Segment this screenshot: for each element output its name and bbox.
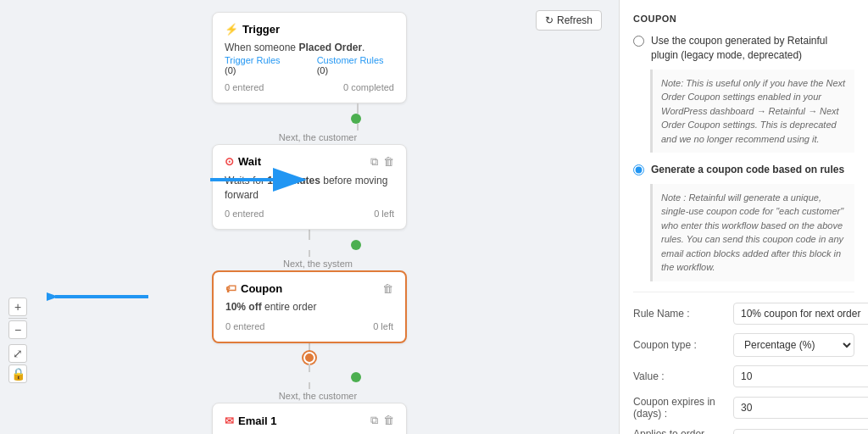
dot-orange — [303, 352, 315, 364]
zoom-out-button[interactable]: − — [8, 320, 27, 339]
connector7 — [309, 382, 310, 389]
connector5 — [309, 343, 310, 352]
value-label: Value : — [633, 370, 726, 382]
coupon-footer: 0 entered 0 left — [225, 321, 393, 331]
connector2 — [357, 124, 359, 131]
rule-name-input[interactable] — [733, 303, 868, 325]
zoom-controls: + − ⤢ 🔒 — [8, 298, 27, 383]
radio-legacy[interactable] — [633, 36, 644, 47]
wait-entered: 0 entered — [225, 209, 264, 219]
email-copy-icon[interactable]: ⧉ — [370, 414, 378, 427]
wait-left: 0 left — [374, 209, 394, 219]
coupon-type-label: Coupon type : — [633, 339, 726, 351]
applies-input[interactable] — [733, 429, 868, 434]
coupon-left: 0 left — [373, 321, 393, 331]
dot-green-2 — [351, 240, 361, 250]
section-title: COUPON — [633, 14, 854, 24]
expires-label: Coupon expires in (days) : — [633, 396, 726, 420]
next-customer-1: Next, the customer — [279, 132, 357, 142]
next-customer-2: Next, the customer — [279, 391, 357, 401]
coupon-delete-icon[interactable]: 🗑 — [382, 282, 393, 295]
connector6 — [309, 364, 310, 372]
applies-label: Applies to order above : — [633, 428, 726, 434]
coupon-type-row: Coupon type : Percentage (%) Fixed amoun… — [633, 333, 854, 357]
coupon-title: Coupon — [241, 282, 282, 295]
zoom-fit-button[interactable]: ⤢ — [8, 344, 27, 363]
zoom-fit-icon: ⤢ — [13, 347, 23, 360]
arrow-left — [47, 280, 148, 314]
coupon-type-select[interactable]: Percentage (%) Fixed amount — [733, 333, 854, 357]
workflow-nodes: ⚡ Trigger When someone Placed Order. Tri… — [0, 12, 619, 434]
coupon-entered: 0 entered — [225, 321, 264, 331]
lock-button[interactable]: 🔒 — [8, 364, 27, 383]
expires-input[interactable] — [733, 397, 868, 419]
trigger-body-end: . — [362, 42, 364, 53]
radio-option-1: Use the coupon generated by Retainful pl… — [633, 34, 854, 63]
coupon-body: 10% off entire order — [225, 300, 393, 314]
note-box-2: Note : Retainful will generate a unique,… — [650, 184, 854, 281]
coupon-body-strong: 10% off — [225, 301, 262, 313]
trigger-footer: 0 entered 0 completed — [225, 82, 394, 92]
trigger-node[interactable]: ⚡ Trigger When someone Placed Order. Tri… — [212, 12, 407, 103]
divider — [633, 292, 854, 292]
customer-rules-label[interactable]: Customer Rules (0) — [317, 55, 394, 75]
trigger-body-strong: Placed Order — [298, 42, 362, 53]
value-input[interactable] — [733, 365, 868, 387]
dot-green-3 — [351, 372, 361, 382]
delete-icon[interactable]: 🗑 — [383, 155, 394, 169]
zoom-in-icon: + — [14, 300, 21, 314]
radio-rules[interactable] — [633, 164, 644, 175]
email-title: Email 1 — [238, 415, 277, 427]
value-row: Value : — [633, 365, 854, 387]
trigger-rules-row: Trigger Rules (0) Customer Rules (0) — [225, 55, 394, 75]
rule-name-row: Rule Name : — [633, 303, 854, 325]
radio-option-2: Generate a coupon code based on rules — [633, 163, 854, 177]
lock-icon: 🔒 — [11, 367, 25, 381]
connector1 — [357, 103, 359, 114]
email-delete-icon[interactable]: 🗑 — [383, 414, 394, 427]
trigger-entered: 0 entered — [225, 82, 264, 92]
coupon-node[interactable]: 🏷 Coupon 🗑 10% off entire order 0 entere… — [212, 270, 407, 343]
coupon-icon: 🏷 — [225, 282, 236, 295]
wait-actions: ⧉ 🗑 — [370, 155, 394, 169]
workflow-panel: ↻ Refresh ⚡ Trigger When someone Placed … — [0, 0, 619, 434]
zoom-out-icon: − — [14, 323, 21, 337]
connector4 — [309, 250, 310, 257]
trigger-title: Trigger — [242, 23, 280, 36]
connector3 — [309, 230, 310, 240]
expires-row: Coupon expires in (days) : — [633, 396, 854, 420]
email-actions: ⧉ 🗑 — [370, 414, 394, 427]
trigger-body-text: When someone — [225, 42, 298, 53]
trigger-icon: ⚡ — [225, 23, 238, 36]
trigger-completed: 0 completed — [343, 82, 394, 92]
radio-rules-label: Generate a coupon code based on rules — [651, 163, 844, 177]
coupon-body-end: entire order — [262, 301, 317, 313]
wait-footer: 0 entered 0 left — [225, 209, 394, 219]
email-icon: ✉ — [225, 415, 234, 427]
next-system: Next, the system — [283, 259, 353, 269]
note-box-1: Note: This is useful only if you have th… — [650, 70, 854, 153]
applies-row: Applies to order above : — [633, 428, 854, 434]
dot-green-1 — [351, 114, 361, 124]
arrow-right — [210, 163, 312, 197]
rule-name-label: Rule Name : — [633, 308, 726, 320]
email-node[interactable]: ✉ Email 1 ⧉ 🗑 Receives email Take 10% of… — [212, 403, 407, 434]
zoom-in-button[interactable]: + — [8, 298, 27, 316]
radio-legacy-label: Use the coupon generated by Retainful pl… — [651, 34, 854, 63]
trigger-body: When someone Placed Order. — [225, 41, 394, 55]
copy-icon[interactable]: ⧉ — [370, 155, 378, 169]
trigger-rules-label[interactable]: Trigger Rules (0) — [225, 55, 292, 75]
right-panel: COUPON Use the coupon generated by Retai… — [619, 0, 868, 434]
zoom-divider — [8, 318, 27, 319]
coupon-actions: 🗑 — [382, 282, 393, 295]
